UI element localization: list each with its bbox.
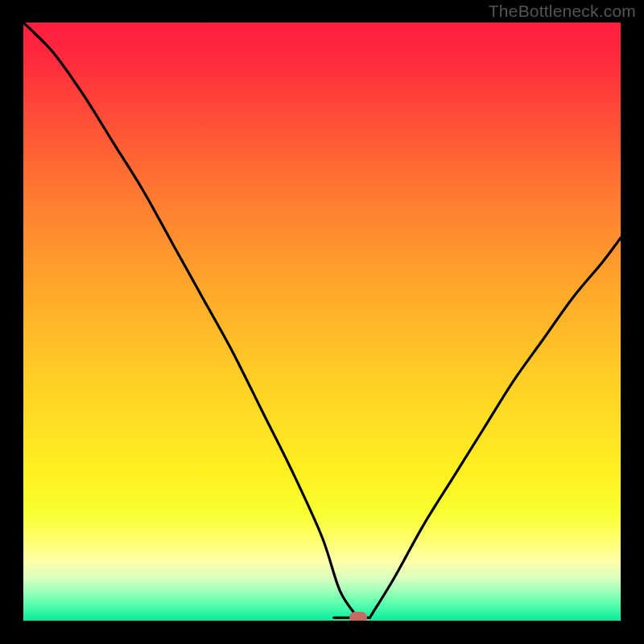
plot-area bbox=[23, 23, 621, 621]
bottleneck-curve bbox=[23, 23, 621, 621]
chart-frame: TheBottleneck.com bbox=[0, 0, 644, 644]
watermark-text: TheBottleneck.com bbox=[489, 2, 636, 21]
valley-marker bbox=[349, 612, 367, 621]
